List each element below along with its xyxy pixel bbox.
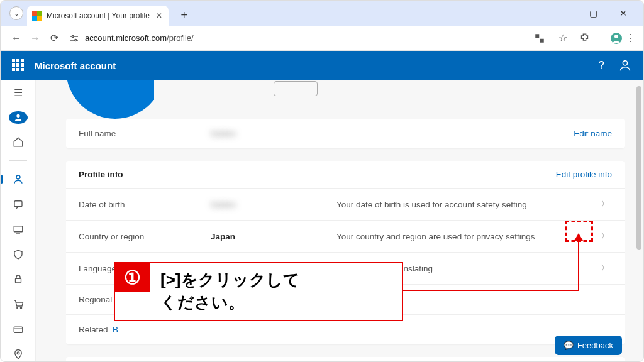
feedback-icon: 💬 [564, 341, 574, 350]
profile-avatar-icon[interactable] [602, 32, 614, 45]
maximize-button[interactable]: ▢ [584, 8, 602, 18]
browser-menu-icon[interactable]: ⋮ [625, 32, 637, 44]
svg-point-13 [16, 307, 17, 309]
extensions-icon[interactable] [579, 33, 592, 43]
svg-point-8 [16, 175, 20, 179]
svg-point-6 [623, 61, 627, 65]
minimize-button[interactable]: — [554, 8, 572, 18]
url-host: account.microsoft.com [85, 33, 167, 43]
nav-security-icon[interactable] [8, 248, 28, 261]
account-icon[interactable] [618, 58, 632, 72]
forward-button[interactable]: → [26, 33, 45, 44]
nav-profile-icon[interactable] [8, 172, 28, 186]
browser-titlebar: ⌄ Microsoft account | Your profile ✕ + —… [1, 1, 643, 26]
app-launcher-icon[interactable] [12, 59, 25, 72]
chevron-right-icon[interactable]: 〉 [598, 199, 612, 210]
chevron-right-icon[interactable]: 〉 [598, 231, 612, 242]
annotation-callout: ① [>]をクリックして ください。 [114, 262, 403, 321]
scrollbar-thumb[interactable] [636, 86, 641, 250]
ms-account-header: Microsoft account ? [1, 51, 643, 80]
bookmark-icon[interactable]: ☆ [557, 32, 569, 44]
svg-rect-15 [14, 327, 23, 332]
annotation-text-line1: [>]をクリックして [160, 270, 300, 289]
dob-desc: Your date of birth is used for account s… [336, 200, 598, 209]
window-controls: — ▢ ✕ [554, 8, 638, 18]
nav-avatar[interactable] [9, 111, 28, 124]
tab-search-dropdown[interactable]: ⌄ [9, 6, 23, 20]
svg-point-2 [72, 35, 74, 37]
nav-home-icon[interactable] [8, 135, 28, 149]
fullname-label: Full name [79, 129, 211, 138]
country-desc: Your country and region are used for pri… [336, 232, 598, 241]
nav-payments-icon[interactable] [8, 297, 28, 311]
profile-action-button[interactable] [274, 81, 318, 96]
account-info-card: Account info Edit account info Email add… [66, 357, 625, 361]
app-title: Microsoft account [35, 60, 116, 71]
close-window-button[interactable]: ✕ [614, 8, 632, 18]
svg-point-5 [614, 35, 618, 38]
svg-rect-12 [15, 279, 21, 283]
related-link-partial[interactable]: B [113, 325, 118, 334]
nav-menu-toggle[interactable]: ☰ [8, 86, 28, 100]
browser-tab[interactable]: Microsoft account | Your profile ✕ [27, 6, 169, 26]
help-icon[interactable]: ? [599, 59, 604, 72]
edit-profile-info-link[interactable]: Edit profile info [556, 170, 612, 179]
feedback-button[interactable]: 💬 Feedback [555, 336, 622, 355]
country-row[interactable]: Country or region Japan Your country and… [66, 221, 625, 253]
svg-point-7 [16, 114, 19, 118]
nav-subscriptions-icon[interactable] [8, 322, 28, 336]
tab-close-icon[interactable]: ✕ [156, 11, 162, 20]
reload-button[interactable]: ⟳ [45, 32, 64, 44]
dob-row[interactable]: Date of birth hidden Your date of birth … [66, 189, 625, 221]
profile-info-title: Profile info [79, 170, 123, 179]
left-nav: ☰ [1, 80, 36, 361]
svg-point-3 [75, 39, 77, 41]
url-path: /profile/ [167, 33, 194, 43]
name-card: Full name hidden Edit name [66, 119, 625, 148]
nav-devices-icon[interactable] [8, 222, 28, 236]
svg-rect-9 [14, 201, 22, 207]
nav-chat-icon[interactable] [8, 197, 28, 211]
dob-label: Date of birth [79, 200, 211, 209]
nav-divider [9, 160, 27, 161]
chevron-right-icon[interactable]: 〉 [598, 263, 612, 274]
profile-avatar-large [66, 80, 154, 119]
nav-addresses-icon[interactable] [8, 348, 28, 361]
vertical-scrollbar[interactable] [636, 80, 642, 361]
address-bar[interactable]: account.microsoft.com/profile/ [69, 33, 194, 44]
related-label: Related [79, 325, 108, 334]
country-label: Country or region [79, 232, 211, 241]
svg-rect-10 [14, 226, 23, 231]
site-settings-icon[interactable] [69, 33, 80, 44]
browser-toolbar: ← → ⟳ account.microsoft.com/profile/ ☆ ⋮ [1, 26, 643, 51]
edit-name-link[interactable]: Edit name [574, 129, 612, 138]
svg-point-17 [17, 352, 19, 354]
country-value: Japan [211, 232, 336, 241]
dob-value: hidden [211, 200, 336, 209]
new-tab-button[interactable]: + [176, 7, 192, 23]
microsoft-favicon [32, 11, 42, 21]
back-button[interactable]: ← [7, 33, 26, 44]
annotation-number: ① [114, 262, 150, 292]
svg-point-14 [20, 307, 21, 309]
annotation-arrow-line [403, 290, 579, 291]
translate-icon[interactable] [534, 33, 547, 44]
fullname-value: hidden [211, 129, 336, 138]
annotation-arrow-vert [578, 239, 579, 291]
feedback-label: Feedback [577, 341, 613, 350]
nav-privacy-icon[interactable] [8, 272, 28, 286]
annotation-text-line2: ください。 [160, 293, 245, 312]
tab-title: Microsoft account | Your profile [47, 11, 150, 20]
